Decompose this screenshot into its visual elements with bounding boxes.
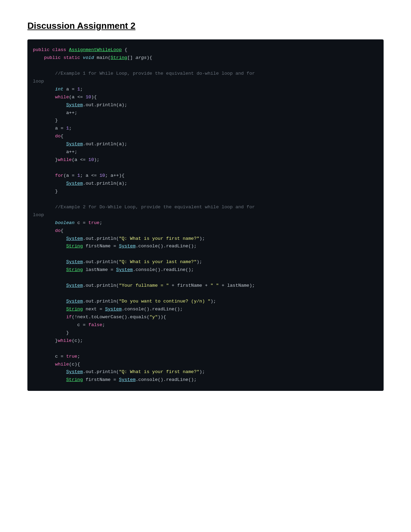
page-title: Discussion Assignment 2 xyxy=(27,21,384,31)
code-block: public class AssignmentWhileLoop { publi… xyxy=(27,39,384,391)
